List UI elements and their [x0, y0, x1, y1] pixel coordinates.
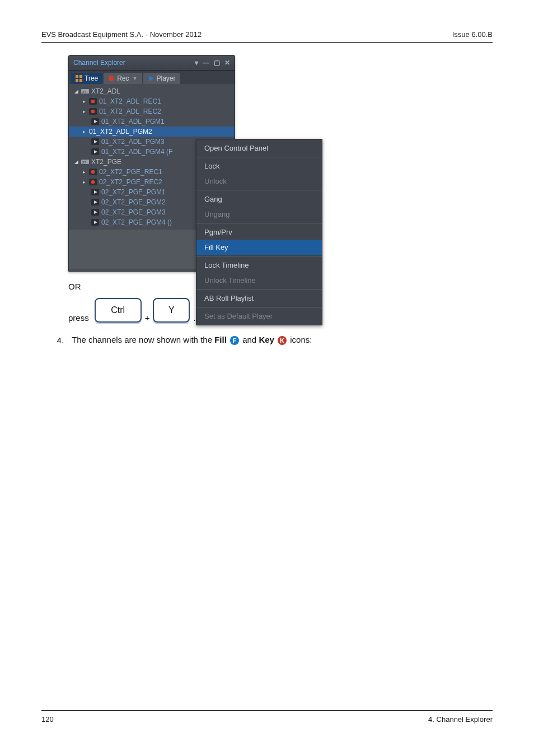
play-icon	[91, 219, 99, 226]
menu-gang[interactable]: Gang	[196, 192, 322, 207]
svg-rect-0	[76, 75, 78, 78]
window-titlebar[interactable]: Channel Explorer ▾ — ▢ ✕	[69, 55, 235, 71]
tree-item-rec[interactable]: ▸ 01_XT2_ADL_REC2	[69, 106, 235, 116]
tree-item-label: 02_XT2_PGE_PGM1	[101, 188, 166, 196]
expand-icon[interactable]: ▸	[81, 129, 87, 134]
menu-set-default-player: Set as Default Player	[196, 309, 322, 324]
menu-separator	[196, 256, 322, 256]
key-word: Key	[259, 335, 274, 344]
svg-rect-3	[79, 79, 82, 82]
close-icon[interactable]: ✕	[224, 59, 230, 66]
menu-lock[interactable]: Lock	[196, 158, 322, 174]
play-icon	[91, 189, 99, 195]
step-4: 4. The channels are now shown with the F…	[53, 335, 493, 345]
header-left: EVS Broadcast Equipment S.A. - November …	[41, 30, 202, 39]
step-text: The channels are now shown with the Fill…	[72, 335, 312, 345]
window-title: Channel Explorer	[73, 59, 125, 67]
dropdown-icon[interactable]: ▾	[195, 59, 198, 66]
header-right: Issue 6.00.B	[452, 30, 493, 39]
tree-group-label: XT2_PGE	[91, 158, 121, 166]
tree-item-label: 02_XT2_PGE_REC2	[99, 178, 162, 186]
tree-item-label: 01_XT2_ADL_REC2	[99, 108, 161, 115]
menu-unlock: Unlock	[196, 174, 322, 189]
tree-item-label: 01_XT2_ADL_PGM2	[89, 128, 152, 136]
play-icon	[91, 199, 99, 206]
play-icon	[91, 118, 99, 125]
minimize-icon[interactable]: —	[203, 59, 209, 66]
svg-marker-5	[149, 76, 154, 81]
menu-unlock-timeline: Unlock Timeline	[196, 273, 322, 288]
record-icon	[89, 98, 97, 105]
step-post: icons:	[290, 335, 312, 344]
tree-icon	[76, 75, 82, 82]
tree-item-play-selected[interactable]: ▸ 01_XT2_ADL_PGM2	[69, 127, 235, 137]
expand-icon[interactable]: ▸	[81, 169, 87, 175]
svg-text:xт: xт	[82, 90, 87, 94]
svg-point-11	[91, 110, 95, 114]
fill-word: Fill	[214, 335, 227, 344]
tree-item-rec[interactable]: ▸ 01_XT2_ADL_REC1	[69, 96, 235, 106]
play-icon	[91, 138, 99, 145]
tab-rec-label: Rec	[117, 74, 129, 82]
menu-separator	[196, 289, 322, 290]
tab-tree[interactable]: Tree	[71, 73, 102, 84]
play-icon	[148, 75, 154, 82]
svg-rect-2	[76, 79, 78, 82]
expand-icon[interactable]: ▸	[81, 109, 87, 114]
channel-explorer-figure: Channel Explorer ▾ — ▢ ✕ Tree	[68, 55, 326, 272]
record-icon	[89, 169, 97, 175]
tree-item-label: 01_XT2_ADL_PGM3	[101, 138, 165, 146]
tab-player[interactable]: Player	[143, 73, 180, 84]
tree-group[interactable]: ◢ xт XT2_ADL	[69, 86, 235, 96]
menu-lock-timeline[interactable]: Lock Timeline	[196, 258, 322, 273]
expand-icon[interactable]: ▸	[81, 99, 87, 104]
svg-point-23	[91, 180, 95, 184]
svg-text:xт: xт	[82, 160, 87, 164]
key-y: Y	[153, 298, 190, 323]
footer-rule	[41, 710, 493, 711]
svg-point-9	[91, 100, 95, 104]
collapse-icon[interactable]: ◢	[73, 88, 79, 94]
server-icon: xт	[81, 88, 89, 95]
tree-item-label: 02_XT2_PGE_REC1	[99, 168, 162, 176]
header-rule	[41, 42, 493, 43]
record-icon	[89, 179, 97, 185]
menu-open-control-panel[interactable]: Open Control Panel	[196, 141, 322, 156]
period-label: .	[193, 313, 195, 323]
menu-pgm-prv[interactable]: Pgm/Prv	[196, 225, 322, 240]
tree-item-label: 02_XT2_PGE_PGM2	[101, 198, 166, 206]
tree-item-label: 01_XT2_ADL_PGM1	[101, 118, 165, 125]
key-icon: K	[278, 336, 287, 345]
chapter-title: 4. Channel Explorer	[428, 715, 493, 724]
svg-rect-1	[79, 75, 82, 78]
key-ctrl: Ctrl	[95, 298, 142, 323]
menu-separator	[196, 157, 322, 157]
tab-tree-label: Tree	[85, 74, 98, 82]
maximize-icon[interactable]: ▢	[214, 59, 220, 66]
tree-item-label: 01_XT2_ADL_PGM4 (F	[101, 148, 172, 156]
step-pre: The channels are now shown with the	[72, 335, 214, 344]
server-icon: xт	[81, 158, 89, 165]
menu-ungang: Ungang	[196, 207, 322, 222]
play-icon	[91, 209, 99, 216]
menu-fill-key[interactable]: Fill Key	[196, 240, 322, 255]
chevron-down-icon: ▼	[133, 76, 138, 81]
svg-point-21	[91, 170, 95, 174]
tab-player-label: Player	[157, 74, 176, 82]
menu-separator	[196, 223, 322, 223]
press-label: press	[68, 313, 89, 323]
collapse-icon[interactable]: ◢	[73, 159, 79, 165]
plus-label: +	[145, 313, 150, 323]
menu-ab-roll-playlist[interactable]: AB Roll Playlist	[196, 291, 322, 306]
record-icon	[108, 75, 115, 82]
tree-item-play[interactable]: 01_XT2_ADL_PGM1	[69, 116, 235, 127]
page-number: 120	[41, 715, 54, 724]
step-number: 4.	[53, 335, 64, 345]
tab-bar: Tree Rec ▼ Player	[69, 71, 235, 84]
tree-item-label: 02_XT2_PGE_PGM4 ()	[101, 218, 172, 226]
tab-rec[interactable]: Rec ▼	[104, 73, 142, 84]
tree-item-label: 02_XT2_PGE_PGM3	[101, 208, 166, 216]
expand-icon[interactable]: ▸	[81, 179, 87, 185]
menu-separator	[196, 190, 322, 190]
play-icon	[91, 148, 99, 155]
